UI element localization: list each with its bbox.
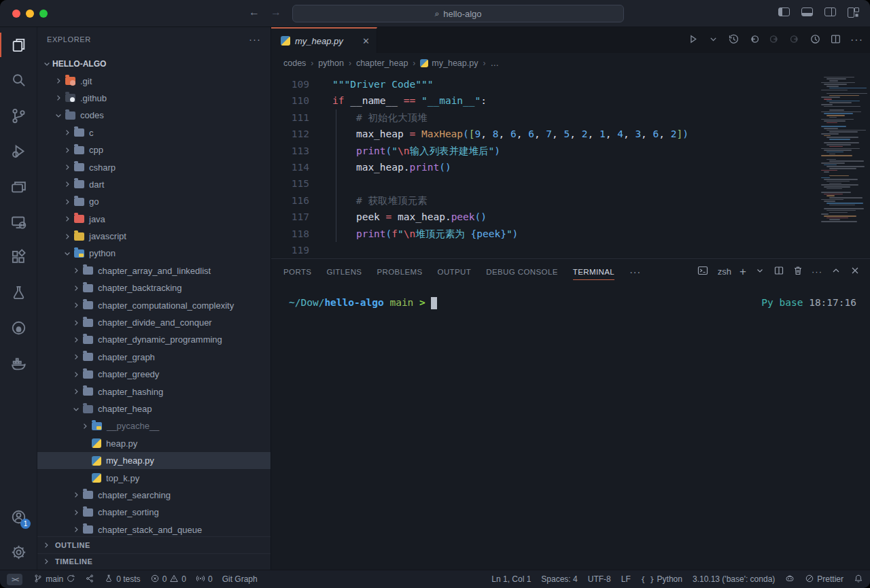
activity-remote-explorer[interactable] xyxy=(0,204,37,239)
breadcrumb-item-chapter-heap[interactable]: chapter_heap xyxy=(356,58,408,68)
tree-item-csharp[interactable]: csharp xyxy=(37,158,271,175)
activity-source-control[interactable] xyxy=(0,98,37,133)
customize-layout-icon[interactable] xyxy=(848,7,859,16)
timeline-section[interactable]: TIMELINE xyxy=(37,553,271,570)
close-tab-icon[interactable]: ✕ xyxy=(362,36,370,46)
tree-item-codes[interactable]: codes xyxy=(37,107,271,124)
command-center-search[interactable]: ⌕ hello-algo xyxy=(292,5,624,22)
activity-settings[interactable] xyxy=(0,534,37,570)
status-remote-indicator[interactable]: >< xyxy=(7,574,22,585)
breadcrumb-item-codes[interactable]: codes xyxy=(283,58,306,68)
tree-item-java[interactable]: java xyxy=(37,211,271,228)
tree-item-chapter-divide-and-conquer[interactable]: chapter_divide_and_conquer xyxy=(37,314,271,331)
timeline-history-icon[interactable] xyxy=(728,33,740,48)
tree-item-chapter-backtracking[interactable]: chapter_backtracking xyxy=(37,279,271,296)
status-language-mode[interactable]: { }Python xyxy=(641,574,682,584)
status-copilot[interactable] xyxy=(785,574,795,585)
kill-terminal-icon[interactable] xyxy=(793,265,803,278)
status-prettier[interactable]: Prettier xyxy=(805,574,843,585)
run-dropdown-icon[interactable] xyxy=(708,33,719,48)
status-git-branch[interactable]: main xyxy=(33,574,75,585)
tree-item-chapter-greedy[interactable]: chapter_greedy xyxy=(37,366,271,383)
tree-item-chapter-dynamic-programming[interactable]: chapter_dynamic_programming xyxy=(37,331,271,348)
close-window-button[interactable] xyxy=(12,10,20,18)
tree-item--git[interactable]: .git xyxy=(37,72,271,89)
tree-item-top-k-py[interactable]: top_k.py xyxy=(37,469,271,486)
tree-root[interactable]: HELLO-ALGO xyxy=(37,55,271,72)
minimize-window-button[interactable] xyxy=(26,10,34,18)
activity-search[interactable] xyxy=(0,63,37,98)
activity-accounts[interactable]: 1 xyxy=(0,499,37,534)
split-editor-icon[interactable] xyxy=(830,33,841,48)
tab-my-heap-py[interactable]: my_heap.py ✕ xyxy=(271,27,377,53)
status-feedback[interactable]: 0 xyxy=(196,574,213,585)
toggle-sidebar-icon[interactable] xyxy=(778,7,790,16)
nav-back-disabled-icon[interactable] xyxy=(769,33,780,48)
tree-item-chapter-computational-complexity[interactable]: chapter_computational_complexity xyxy=(37,296,271,313)
tree-item-heap-py[interactable]: heap.py xyxy=(37,435,271,452)
tree-item-go[interactable]: go xyxy=(37,193,271,210)
status-encoding[interactable]: UTF-8 xyxy=(588,574,611,584)
tree-item-dart[interactable]: dart xyxy=(37,176,271,193)
maximize-window-button[interactable] xyxy=(39,10,48,18)
status-indentation[interactable]: Spaces: 4 xyxy=(541,574,577,584)
more-actions-icon[interactable]: ··· xyxy=(850,34,863,46)
toggle-secondary-sidebar-icon[interactable] xyxy=(824,7,836,16)
activity-testing[interactable] xyxy=(0,275,37,310)
toggle-panel-icon[interactable] xyxy=(801,7,813,16)
activity-github[interactable] xyxy=(0,310,37,345)
activity-run-debug[interactable] xyxy=(0,133,37,169)
tree-item-chapter-searching[interactable]: chapter_searching xyxy=(37,487,271,504)
tree-item--github[interactable]: .github xyxy=(37,90,271,107)
panel-more-actions-icon[interactable]: ··· xyxy=(812,266,822,277)
split-terminal-icon[interactable] xyxy=(773,265,784,278)
tree-item-python[interactable]: python xyxy=(37,245,271,262)
activity-project-folders[interactable] xyxy=(0,169,37,204)
breadcrumb-item--[interactable]: … xyxy=(490,58,499,68)
panel-tab-debug-console[interactable]: DEBUG CONSOLE xyxy=(486,259,558,284)
activity-explorer[interactable] xyxy=(0,27,37,63)
tree-item-javascript[interactable]: javascript xyxy=(37,228,271,245)
code-editor[interactable]: 109"""Driver Code"""110if __name__ == "_… xyxy=(271,73,870,258)
panel-tab-terminal[interactable]: TERMINAL xyxy=(573,259,614,284)
new-terminal-button[interactable]: + xyxy=(740,265,746,279)
terminal[interactable]: ~/Dow/hello-algo main > Py base 18:17:16 xyxy=(289,297,856,309)
status-git-graph[interactable]: Git Graph xyxy=(222,574,258,584)
history-back-icon[interactable]: ← xyxy=(249,6,260,18)
panel-tabs-more-icon[interactable]: ··· xyxy=(629,266,641,277)
status-tests[interactable]: 0 tests xyxy=(104,574,140,585)
tree-item-chapter-heap[interactable]: chapter_heap xyxy=(37,400,271,417)
status-eol[interactable]: LF xyxy=(621,574,631,584)
history-forward-icon[interactable]: → xyxy=(271,6,281,18)
breadcrumb-item-python[interactable]: python xyxy=(318,58,344,68)
tree-item--pycache-[interactable]: __pycache__ xyxy=(37,417,271,434)
status-problems[interactable]: 00 xyxy=(150,574,186,585)
minimap[interactable] xyxy=(821,75,865,237)
status-python-interpreter[interactable]: 3.10.13 ('base': conda) xyxy=(693,574,775,584)
tree-item-c[interactable]: c xyxy=(37,124,271,141)
tree-item-chapter-sorting[interactable]: chapter_sorting xyxy=(37,504,271,521)
activity-docker[interactable] xyxy=(0,345,37,381)
gitlens-graph-icon[interactable] xyxy=(810,33,821,48)
tree-item-cpp[interactable]: cpp xyxy=(37,141,271,158)
explorer-more-actions-icon[interactable]: ··· xyxy=(249,33,261,45)
panel-tab-gitlens[interactable]: GITLENS xyxy=(326,259,362,284)
terminal-dropdown-icon[interactable] xyxy=(754,265,765,278)
tree-item-chapter-graph[interactable]: chapter_graph xyxy=(37,349,271,366)
run-icon[interactable] xyxy=(687,33,699,48)
maximize-panel-icon[interactable] xyxy=(831,265,841,278)
status-cursor-position[interactable]: Ln 1, Col 1 xyxy=(491,574,531,584)
outline-section[interactable]: OUTLINE xyxy=(37,536,271,553)
tree-item-chapter-array-and-linkedlist[interactable]: chapter_array_and_linkedlist xyxy=(37,262,271,279)
panel-tab-ports[interactable]: PORTS xyxy=(283,259,311,284)
panel-tab-output[interactable]: OUTPUT xyxy=(438,259,472,284)
close-panel-icon[interactable] xyxy=(850,265,860,278)
activity-extensions[interactable] xyxy=(0,239,37,275)
panel-tab-problems[interactable]: PROBLEMS xyxy=(377,259,422,284)
status-notifications[interactable] xyxy=(854,574,863,585)
tree-item-my-heap-py[interactable]: my_heap.py xyxy=(37,452,271,469)
status-git-graph-icon-button[interactable] xyxy=(85,574,94,585)
tree-item-chapter-hashing[interactable]: chapter_hashing xyxy=(37,383,271,400)
nav-forward-disabled-icon[interactable] xyxy=(789,33,801,48)
breadcrumb-item-my-heap-py[interactable]: my_heap.py xyxy=(420,58,478,68)
